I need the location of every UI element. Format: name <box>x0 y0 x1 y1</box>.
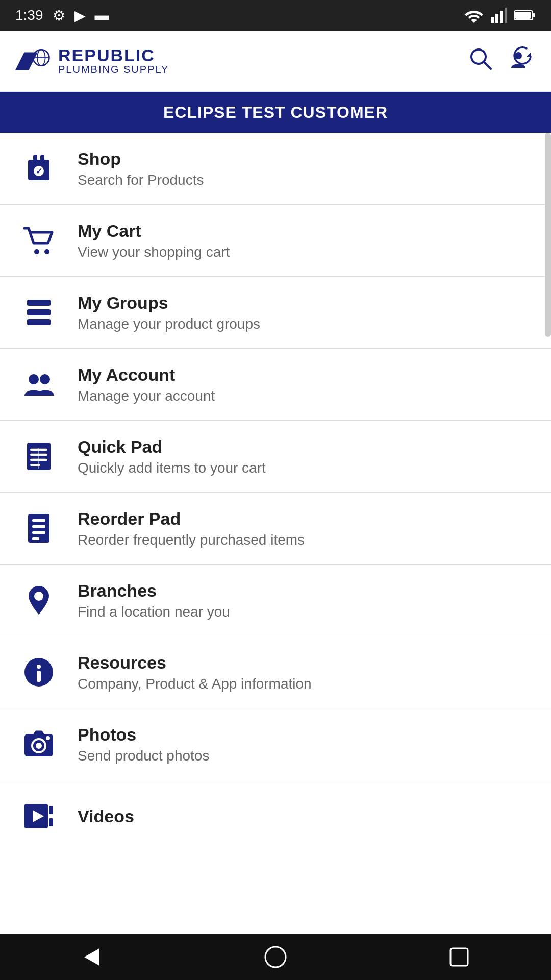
svg-rect-50 <box>49 806 53 814</box>
svg-rect-23 <box>27 309 51 315</box>
signal-icon <box>491 8 507 23</box>
groups-content: My Groups Manage your product groups <box>78 293 260 332</box>
sim-icon: ▬ <box>95 7 109 23</box>
menu-item-videos[interactable]: Videos <box>0 780 551 852</box>
menu-item-groups[interactable]: My Groups Manage your product groups <box>0 277 551 349</box>
svg-point-43 <box>37 665 41 669</box>
svg-rect-40 <box>32 537 39 540</box>
menu-item-cart[interactable]: My Cart View your shopping cart <box>0 205 551 277</box>
svg-rect-31 <box>30 464 40 466</box>
back-button[interactable] <box>80 945 104 969</box>
branches-icon <box>18 580 59 621</box>
svg-point-14 <box>515 52 522 59</box>
photos-content: Photos Send product photos <box>78 725 209 764</box>
reorder-title: Reorder Pad <box>78 509 305 529</box>
groups-subtitle: Manage your product groups <box>78 316 260 332</box>
menu-item-reorder[interactable]: Reorder Pad Reorder frequently purchased… <box>0 493 551 565</box>
svg-line-12 <box>484 62 491 69</box>
branches-content: Branches Find a location near you <box>78 581 230 620</box>
app-header: REPUBLIC PLUMBING SUPPLY <box>0 31 551 92</box>
svg-point-54 <box>265 947 286 967</box>
menu-item-account[interactable]: My Account Manage your account <box>0 349 551 421</box>
svg-rect-28 <box>30 449 47 451</box>
svg-rect-29 <box>30 454 47 456</box>
svg-rect-44 <box>37 671 41 682</box>
shop-title: Shop <box>78 149 204 169</box>
logo-plumbing: PLUMBING SUPPLY <box>58 64 169 76</box>
svg-marker-13 <box>527 53 531 57</box>
shop-icon: ✓ <box>18 148 59 189</box>
quickpad-subtitle: Quickly add items to your cart <box>78 460 266 476</box>
photos-icon <box>18 724 59 765</box>
menu-item-quickpad[interactable]: Quick Pad Quickly add items to your cart <box>0 421 551 493</box>
svg-rect-17 <box>40 155 44 163</box>
account-icon <box>18 364 59 405</box>
svg-rect-6 <box>515 12 531 19</box>
cart-icon <box>18 220 59 261</box>
account-title: My Account <box>78 365 215 385</box>
svg-point-47 <box>36 743 42 749</box>
cart-content: My Cart View your shopping cart <box>78 221 230 260</box>
photos-subtitle: Send product photos <box>78 748 209 764</box>
reorder-content: Reorder Pad Reorder frequently purchased… <box>78 509 305 548</box>
quickpad-icon <box>18 436 59 477</box>
svg-rect-39 <box>32 531 45 534</box>
svg-rect-3 <box>505 8 507 23</box>
cart-title: My Cart <box>78 221 230 241</box>
reorder-subtitle: Reorder frequently purchased items <box>78 532 305 548</box>
svg-rect-30 <box>30 459 47 461</box>
svg-rect-55 <box>450 948 468 966</box>
account-refresh-icon[interactable] <box>508 45 536 77</box>
svg-point-48 <box>46 736 50 740</box>
header-icons <box>467 45 536 77</box>
shop-content: Shop Search for Products <box>78 149 204 188</box>
svg-rect-22 <box>27 300 51 306</box>
logo-icon <box>15 46 51 77</box>
menu-list: ✓ Shop Search for Products My Cart View … <box>0 133 551 852</box>
svg-rect-5 <box>533 13 535 17</box>
shop-subtitle: Search for Products <box>78 172 204 188</box>
recent-button[interactable] <box>447 945 471 969</box>
svg-rect-51 <box>49 818 53 826</box>
groups-title: My Groups <box>78 293 260 313</box>
status-left: 1:39 ⚙ ▶ ▬ <box>15 7 109 24</box>
resources-icon <box>18 652 59 693</box>
svg-rect-0 <box>491 17 494 23</box>
home-button[interactable] <box>264 945 287 969</box>
menu-item-branches[interactable]: Branches Find a location near you <box>0 565 551 636</box>
account-subtitle: Manage your account <box>78 388 215 404</box>
branches-title: Branches <box>78 581 230 601</box>
menu-item-resources[interactable]: Resources Company, Product & App informa… <box>0 636 551 708</box>
photos-title: Photos <box>78 725 209 745</box>
status-bar: 1:39 ⚙ ▶ ▬ <box>0 0 551 31</box>
logo-area: REPUBLIC PLUMBING SUPPLY <box>15 46 169 77</box>
svg-point-41 <box>34 592 43 601</box>
svg-point-26 <box>40 374 50 384</box>
svg-point-25 <box>29 374 39 384</box>
groups-icon <box>18 292 59 333</box>
branches-subtitle: Find a location near you <box>78 604 230 620</box>
menu-item-photos[interactable]: Photos Send product photos <box>0 708 551 780</box>
status-right <box>464 8 536 23</box>
customer-banner-text: ECLIPSE TEST CUSTOMER <box>163 103 388 122</box>
svg-point-20 <box>34 249 39 254</box>
videos-content: Videos <box>78 806 134 826</box>
battery-icon <box>514 9 536 21</box>
bottom-nav <box>0 934 551 980</box>
scroll-indicator <box>545 133 551 337</box>
svg-rect-24 <box>27 319 51 325</box>
play-icon: ▶ <box>74 7 86 24</box>
settings-icon: ⚙ <box>53 7 65 24</box>
videos-icon <box>18 796 59 837</box>
reorder-icon <box>18 508 59 549</box>
svg-rect-1 <box>495 14 498 23</box>
logo-republic: REPUBLIC <box>58 46 169 64</box>
wifi-icon <box>464 8 484 23</box>
search-icon[interactable] <box>467 45 493 77</box>
menu-item-shop[interactable]: ✓ Shop Search for Products <box>0 133 551 205</box>
svg-rect-16 <box>33 155 37 163</box>
resources-title: Resources <box>78 653 312 673</box>
logo-text: REPUBLIC PLUMBING SUPPLY <box>58 46 169 76</box>
resources-content: Resources Company, Product & App informa… <box>78 653 312 692</box>
svg-rect-37 <box>32 519 45 522</box>
